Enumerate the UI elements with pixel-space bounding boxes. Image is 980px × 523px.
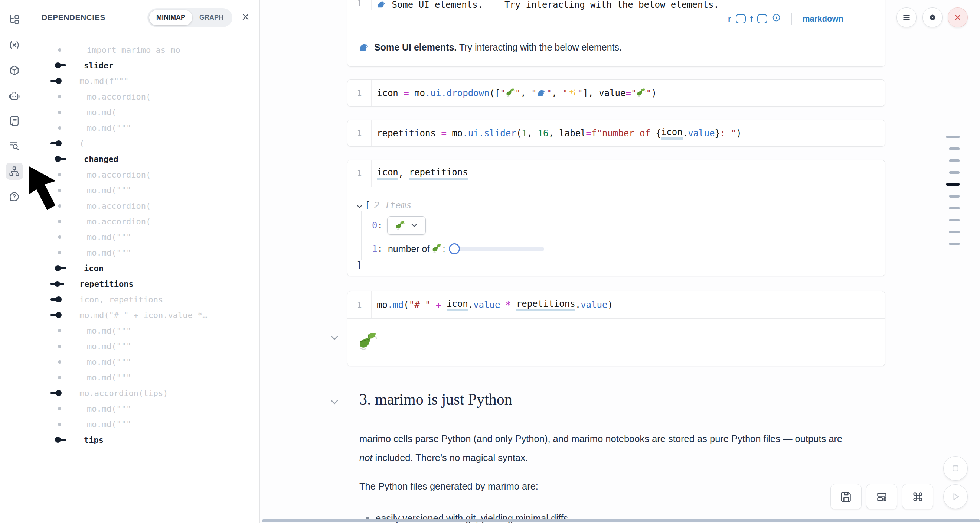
toggle-graph[interactable]: GRAPH: [192, 10, 231, 25]
slider-handle[interactable]: [449, 243, 460, 254]
shortcuts-button[interactable]: [902, 484, 933, 509]
sidebar-item-variables[interactable]: [6, 37, 23, 54]
code-line[interactable]: icon, repetitions: [372, 160, 468, 187]
shutdown-button[interactable]: [948, 8, 968, 27]
sidebar-item-file-tree[interactable]: [6, 11, 23, 28]
section-heading: 3. marimo is just Python: [360, 391, 512, 408]
tree-count-label: 2 Items: [374, 200, 411, 210]
minimap-cell-bar[interactable]: [949, 195, 959, 198]
dependency-item[interactable]: mo.md(""": [29, 354, 259, 370]
cell-toolbar: r f markdown: [347, 10, 885, 27]
minimap-cell-bar[interactable]: [949, 159, 959, 162]
dependency-item[interactable]: mo.md(: [29, 104, 259, 120]
dependency-item[interactable]: mo.accordion(: [29, 89, 259, 104]
cell-editor-cut[interactable]: 1 Some UI elements. Try interacting with…: [347, 0, 885, 10]
minimap-cell-bar[interactable]: [949, 242, 959, 245]
language-mode-label[interactable]: markdown: [803, 14, 843, 24]
dependency-marker-icon: [50, 432, 80, 448]
line-number: 1: [347, 120, 372, 146]
sidebar-item-dependencies[interactable]: [6, 163, 23, 180]
code-line[interactable]: Some UI elements. Try interacting with t…: [372, 0, 719, 10]
dependency-marker-icon: [50, 136, 75, 151]
sidebar-item-snippets[interactable]: [6, 112, 23, 129]
toggle-minimap[interactable]: MINIMAP: [149, 10, 192, 25]
stop-icon: [950, 463, 961, 474]
dependency-item-label: mo.md(""": [87, 326, 131, 335]
save-button[interactable]: [830, 484, 862, 509]
dependency-item[interactable]: mo.accordion(: [29, 198, 259, 214]
dependency-item[interactable]: mo.md(""": [29, 229, 259, 245]
dependency-item-label: repetitions: [80, 279, 134, 289]
layout-grid-icon: [876, 491, 888, 503]
dependency-item[interactable]: mo.md(""": [29, 338, 259, 354]
dependency-item[interactable]: mo.md(""": [29, 401, 259, 416]
leaf-emoji: [636, 88, 646, 99]
dependency-item[interactable]: mo.md(""": [29, 182, 259, 198]
sidebar-item-packages[interactable]: [6, 62, 23, 79]
tree-index-0: 0: [372, 220, 377, 231]
dependency-minimap-list: import marimo as mo slider mo.md(f""" mo…: [29, 35, 259, 448]
dependency-item[interactable]: mo.accordion(tips): [29, 385, 259, 401]
dependency-marker-icon: [50, 323, 83, 338]
code-line[interactable]: icon = mo.ui.dropdown(["", "", ""], valu…: [372, 80, 657, 106]
minimap-cell-bar[interactable]: [946, 136, 959, 138]
dependencies-panel-header: DEPENDENCIES MINIMAP GRAPH: [29, 0, 259, 35]
code-line[interactable]: mo.md("# " + icon.value * repetitions.va…: [372, 291, 613, 318]
dependency-item[interactable]: mo.md(""": [29, 323, 259, 338]
format-checkbox[interactable]: [757, 14, 767, 23]
tree-collapse-icon[interactable]: [356, 200, 363, 210]
dependency-item[interactable]: tips: [29, 432, 259, 448]
dependency-item-label: (: [80, 139, 84, 148]
dependency-item-label: import marimo as mo: [87, 45, 180, 54]
menu-button[interactable]: [896, 8, 916, 27]
dependency-item[interactable]: icon: [29, 260, 259, 276]
slider-label: number of: [388, 244, 430, 254]
info-icon[interactable]: [772, 13, 781, 24]
sidebar-item-logs-search[interactable]: [6, 137, 23, 155]
dependency-item[interactable]: mo.accordion(: [29, 167, 259, 182]
output-collapse-chevron[interactable]: [329, 335, 339, 342]
dependency-item[interactable]: mo.md(""": [29, 245, 259, 260]
minimap-cell-bar[interactable]: [946, 183, 959, 186]
stop-button[interactable]: [943, 456, 968, 481]
dependency-item[interactable]: changed: [29, 151, 259, 167]
cell-output-markdown: Some UI elements. Try interacting with t…: [347, 27, 885, 67]
sidebar-item-help[interactable]: [6, 188, 23, 205]
sidebar-item-ai-assistant[interactable]: [6, 87, 23, 104]
code-line[interactable]: repetitions = mo.ui.slider(1, 16, label=…: [372, 120, 742, 146]
dependency-item[interactable]: import marimo as mo: [29, 42, 259, 57]
minimap-cell-bar[interactable]: [949, 219, 959, 222]
mouse-cursor-icon: [27, 165, 63, 212]
minimap-cell-bar[interactable]: [949, 147, 959, 150]
dependency-item[interactable]: mo.md("# " + icon.value *…: [29, 307, 259, 323]
minimap-cell-bar[interactable]: [949, 171, 959, 174]
dependency-item-label: mo.accordion(tips): [80, 389, 168, 398]
layout-button[interactable]: [866, 484, 897, 509]
panel-close-button[interactable]: [240, 11, 251, 24]
sparkles-emoji: [568, 88, 577, 99]
minimap-cell-bar[interactable]: [949, 231, 959, 233]
section-collapse-chevron[interactable]: [329, 399, 339, 407]
dependency-item[interactable]: mo.accordion(: [29, 214, 259, 229]
dependency-item[interactable]: mo.md(""": [29, 370, 259, 385]
dependency-item-label: mo.md(""": [87, 404, 131, 413]
dependency-item[interactable]: icon, repetitions: [29, 292, 259, 307]
dependency-item-label: icon, repetitions: [80, 295, 163, 304]
settings-button[interactable]: [923, 8, 942, 27]
leaf-emoji: [358, 332, 378, 353]
horizontal-scrollbar[interactable]: [262, 519, 980, 522]
dependency-item[interactable]: mo.md(""": [29, 416, 259, 432]
dependency-marker-icon: [50, 292, 75, 307]
reactive-checkbox[interactable]: [736, 14, 746, 23]
file-tree-icon: [8, 14, 20, 26]
dependency-item[interactable]: mo.md(""": [29, 120, 259, 136]
run-button[interactable]: [943, 485, 968, 509]
slider-track[interactable]: [454, 247, 544, 251]
dependency-item[interactable]: repetitions: [29, 276, 259, 292]
dependency-item[interactable]: mo.md(f""": [29, 73, 259, 89]
dropdown-widget[interactable]: [387, 216, 426, 235]
dependency-item[interactable]: (: [29, 136, 259, 151]
dependency-item[interactable]: slider: [29, 57, 259, 73]
dependency-marker-icon: [50, 73, 75, 89]
minimap-cell-bar[interactable]: [949, 207, 959, 209]
